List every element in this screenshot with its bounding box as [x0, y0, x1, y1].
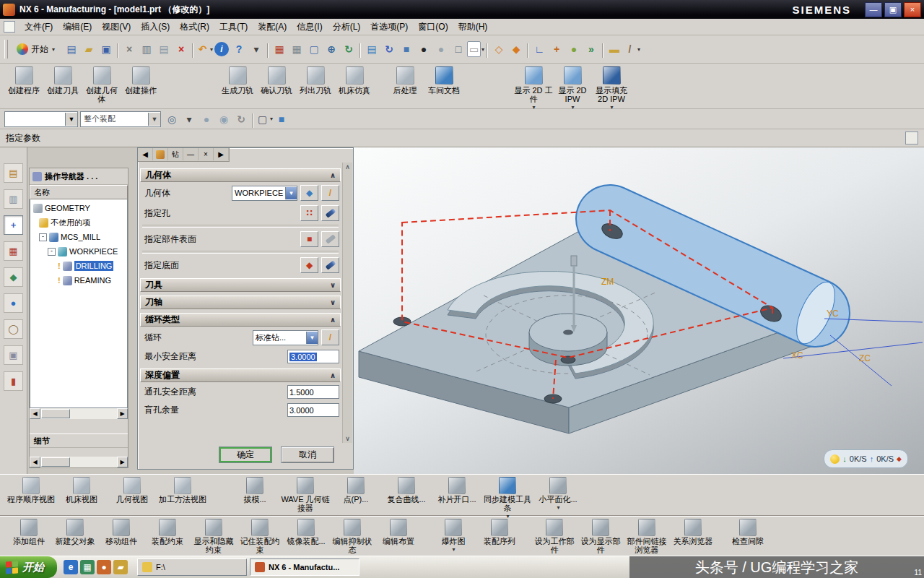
toolbar-button[interactable]: 补片开口... — [432, 477, 482, 504]
toolbar-button[interactable]: 生成刀轨 — [218, 66, 257, 95]
copy-icon[interactable]: ▥ — [138, 40, 155, 58]
details-section-header[interactable]: 细节 — [30, 434, 128, 448]
menu-item[interactable]: 工具(T) — [214, 20, 253, 35]
csys-orient-icon[interactable]: ∟ — [531, 40, 548, 58]
part-navigator-icon[interactable]: + — [4, 215, 23, 235]
preview-bottom-button[interactable] — [321, 257, 339, 273]
close-button[interactable]: × — [904, 2, 921, 17]
preview-part-surface-button[interactable] — [321, 231, 339, 247]
cut-icon[interactable]: × — [121, 40, 138, 58]
refresh-icon[interactable]: ↻ — [340, 40, 357, 58]
tool-section-header[interactable]: 刀具 ∨ — [140, 278, 341, 292]
toolbar-button[interactable]: 显示 2D 工件 — [514, 66, 553, 112]
selection-tool-icon[interactable] — [250, 111, 256, 128]
media-player-icon[interactable]: ● — [97, 560, 111, 574]
cancel-button[interactable]: 取消 — [281, 447, 334, 463]
tree-item[interactable]: - MCS_MILL — [30, 230, 127, 244]
tree-item[interactable]: ! DRILLING — [30, 259, 127, 273]
toolbar-button[interactable]: 新建父对象 — [52, 519, 98, 545]
select-holes-button[interactable]: ∷ — [300, 205, 318, 221]
tree-item[interactable]: - WORKPIECE — [30, 244, 127, 259]
wireframe-icon[interactable]: □ — [450, 40, 467, 58]
toolbar-button[interactable]: 编辑布置 — [375, 519, 422, 545]
solid-body-filter-icon[interactable]: ■ — [273, 111, 290, 128]
cycle-type-section-header[interactable]: 循环类型 ∧ — [140, 313, 341, 327]
task-button[interactable]: NX 6 - Manufactu... — [250, 558, 359, 576]
tree-item[interactable]: 不使用的项 — [30, 215, 127, 230]
reuse-library-icon[interactable]: ▦ — [4, 241, 23, 261]
toolbar-icon[interactable] — [190, 40, 196, 58]
constraint-navigator-icon[interactable]: ▥ — [4, 189, 23, 209]
tree-expander-icon[interactable]: - — [48, 248, 56, 256]
ok-button[interactable]: 确定 — [219, 447, 272, 463]
menu-item[interactable]: 帮助(H) — [453, 20, 493, 35]
show-desktop-icon[interactable]: ▦ — [80, 560, 95, 574]
history-icon[interactable]: ◯ — [4, 319, 23, 339]
navigator-hscrollbar[interactable]: ◀ ▶ — [30, 408, 128, 419]
task-button[interactable]: F:\ — [137, 558, 247, 576]
menu-item[interactable]: 信息(I) — [292, 20, 327, 35]
filter-dropdown-icon[interactable]: ▾ — [180, 111, 198, 128]
combo-dropdown-icon[interactable]: ▼ — [65, 113, 77, 126]
rotate-point-icon[interactable]: ↻ — [232, 111, 250, 128]
save-icon[interactable]: ▣ — [97, 40, 115, 58]
toolbar-button[interactable]: 加工方法视图 — [157, 477, 208, 504]
toolbar-button[interactable]: 爆炸图 — [430, 519, 476, 554]
dialog-scroll-strip[interactable]: ∧ ∨ — [342, 163, 352, 443]
toolbar-button[interactable] — [374, 66, 385, 66]
toolbar-grip[interactable] — [4, 40, 8, 59]
shaded-view-icon[interactable]: ■ — [398, 40, 415, 58]
scroll-up-icon[interactable]: ∧ — [345, 163, 350, 171]
toolbar-button[interactable]: 后处理 — [385, 66, 424, 95]
toolbar-button[interactable]: 编辑抑制状态 — [329, 519, 375, 554]
scroll-left-icon[interactable]: ◀ — [30, 408, 40, 419]
process-studio-icon[interactable]: ▮ — [4, 371, 23, 391]
command-finder-icon[interactable]: ? — [230, 40, 248, 58]
selection-scope-combo[interactable]: ▼ — [4, 111, 78, 127]
zoom-box-icon[interactable]: ▢ — [305, 40, 323, 58]
prompt-icon[interactable] — [905, 131, 918, 144]
toolbar-button[interactable]: 关系浏览器 — [670, 519, 716, 545]
menu-item[interactable]: 插入(S) — [136, 20, 175, 35]
navigator-title[interactable]: 操作导航器 . . . — [30, 168, 128, 185]
export-view-icon[interactable]: ▤ — [363, 40, 380, 58]
vector-icon[interactable]: » — [583, 40, 600, 58]
edit-cycle-button[interactable]: / — [321, 329, 339, 345]
assembly-navigator-icon[interactable]: ▤ — [4, 163, 23, 183]
toolbar-button[interactable]: 创建刀具 — [43, 66, 82, 95]
start-button[interactable]: 开始 — [0, 556, 57, 578]
window-layout-icon[interactable]: ▦ — [271, 40, 288, 58]
toolbar-button[interactable]: 显示和隐藏约束 — [191, 519, 237, 554]
datum-plane-icon[interactable]: + — [548, 40, 565, 58]
toolbar-button[interactable]: 创建程序 — [4, 66, 43, 95]
toolbar-button[interactable]: 创建几何体 — [82, 66, 121, 103]
dialog-tool-icon[interactable] — [153, 148, 168, 160]
minimize-button[interactable]: — — [865, 2, 882, 17]
workpiece-combo[interactable]: WORKPIECE ▼ — [232, 186, 297, 201]
annotation-icon[interactable]: / — [623, 40, 640, 58]
details-hscrollbar[interactable]: ◀ ▶ — [30, 457, 128, 467]
toolbar-icon[interactable] — [600, 40, 606, 58]
menu-item[interactable]: 文件(F) — [19, 20, 58, 35]
menu-item[interactable]: 视图(V) — [97, 20, 136, 35]
dialog-close-icon[interactable]: × — [199, 148, 214, 160]
info-icon[interactable]: i — [213, 40, 230, 58]
toolbar-button[interactable]: 几何视图 — [107, 477, 157, 504]
scroll-right-icon[interactable]: ▶ — [117, 408, 128, 419]
toolbar-button[interactable] — [463, 66, 514, 66]
combo-dropdown-icon[interactable]: ▼ — [148, 113, 160, 126]
face-analysis-icon[interactable]: ◇ — [490, 40, 507, 58]
new-file-icon[interactable]: ▤ — [63, 40, 80, 58]
materials-icon[interactable]: ▣ — [4, 345, 23, 365]
dialog-forward-icon[interactable]: ▶ — [214, 148, 229, 160]
blind-stock-input[interactable]: 3.0000 — [287, 403, 339, 417]
dialog-back-icon[interactable]: ◀ — [138, 148, 153, 160]
toolbar-button[interactable]: 车间文档 — [424, 66, 463, 95]
menu-dropdown-icon[interactable]: ▾ — [248, 40, 265, 58]
ie-icon[interactable]: e — [64, 560, 78, 574]
toolbar-button[interactable]: 装配约束 — [144, 519, 191, 545]
toolbar-icon[interactable] — [265, 40, 271, 58]
menu-item[interactable]: 格式(R) — [175, 20, 214, 35]
sphere-style-icon[interactable]: ● — [432, 40, 450, 58]
snap-sphere-alt-icon[interactable]: ◉ — [215, 111, 232, 128]
